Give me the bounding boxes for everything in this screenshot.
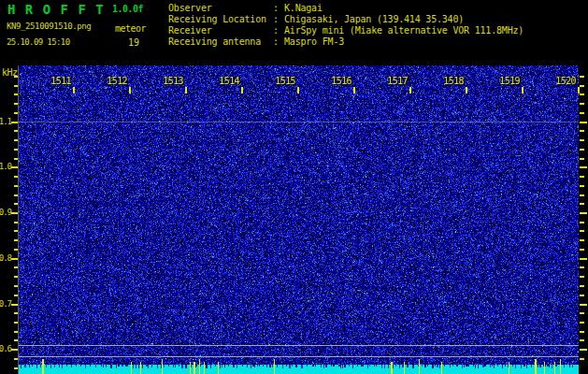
station-info-block: Observer:K.NagaiReceiving Location:Chiga… — [168, 3, 523, 48]
y-minor-tick-left — [14, 203, 18, 205]
y-minor-tick-left — [14, 222, 18, 223]
y-major-tick-right — [580, 349, 587, 351]
info-separator: : — [273, 36, 284, 48]
y-minor-tick-left — [14, 85, 18, 87]
y-minor-tick-left — [14, 367, 18, 369]
info-row: Receiver:AirSpy mini (Miake alternative … — [168, 25, 523, 36]
y-tick-label: 1.0 — [0, 162, 11, 171]
y-minor-tick-left — [14, 285, 18, 287]
output-filename: KN9_2510091510.png — [7, 22, 91, 31]
y-minor-tick-right — [580, 203, 584, 205]
meteor-marker — [544, 362, 545, 374]
x-tick-label: 1516 — [326, 76, 351, 86]
x-tick-label: 1512 — [102, 76, 127, 86]
y-minor-tick-right — [580, 312, 584, 314]
x-tick-label: 1511 — [46, 76, 71, 86]
y-minor-tick-left — [14, 112, 18, 114]
y-major-tick-right — [580, 258, 587, 260]
x-tick-label: 1514 — [214, 76, 239, 86]
y-minor-tick-right — [580, 130, 584, 132]
y-minor-tick-left — [14, 158, 18, 160]
y-minor-tick-right — [580, 222, 584, 223]
meteor-count-value: 19 — [128, 37, 139, 48]
y-minor-tick-right — [580, 149, 584, 151]
y-major-tick-left — [11, 212, 18, 214]
info-label: Receiving antenna — [168, 36, 273, 48]
meteor-marker — [42, 359, 44, 374]
meteor-marker — [554, 362, 555, 374]
meteor-count-label: meteor — [115, 23, 146, 34]
y-major-tick-right — [580, 166, 587, 168]
y-minor-tick-left — [14, 266, 18, 268]
x-minute-tick — [409, 87, 411, 94]
y-tick-label: 1.1 — [0, 117, 11, 126]
signal-level-notches — [19, 365, 579, 374]
y-major-tick-right — [580, 122, 587, 123]
x-tick-label: 1520 — [551, 76, 576, 86]
x-minute-tick — [185, 87, 187, 94]
hrofft-window: H R O F F T 1.0.0f KN9_2510091510.png me… — [0, 0, 588, 374]
y-minor-tick-right — [580, 103, 584, 105]
observation-datetime: 25.10.09 15:10 — [7, 37, 69, 47]
y-minor-tick-right — [580, 239, 584, 241]
y-minor-tick-left — [14, 176, 18, 178]
y-minor-tick-left — [14, 94, 18, 95]
y-major-tick-right — [580, 304, 587, 306]
y-minor-tick-left — [14, 230, 18, 232]
meteor-marker — [560, 359, 561, 374]
y-major-tick-left — [11, 122, 18, 123]
y-minor-tick-left — [14, 194, 18, 196]
meteor-marker — [194, 362, 195, 374]
x-tick-label: 1515 — [270, 76, 295, 86]
y-minor-tick-left — [14, 295, 18, 296]
meteor-marker — [190, 362, 191, 374]
meteor-marker — [204, 362, 205, 374]
info-value: Maspro FM-3 — [284, 36, 344, 48]
meteor-marker — [419, 359, 420, 374]
y-minor-tick-left — [14, 185, 18, 187]
info-label: Receiver — [168, 25, 273, 36]
info-value: K.Nagai — [284, 3, 323, 14]
y-minor-tick-right — [580, 358, 584, 360]
info-row: Observer:K.Nagai — [168, 3, 523, 14]
y-minor-tick-left — [14, 139, 18, 141]
y-major-tick-left — [11, 304, 18, 306]
app-title: H R O F F T — [7, 2, 105, 17]
x-minute-tick — [522, 87, 523, 94]
y-major-tick-left — [11, 258, 18, 260]
y-minor-tick-right — [580, 295, 584, 296]
info-row: Receiving Location:Chigasaki, Japan (139… — [168, 14, 523, 25]
y-tick-label: 0.7 — [0, 299, 11, 309]
app-version: 1.0.0f — [112, 4, 143, 14]
x-minute-tick — [129, 87, 131, 94]
x-minute-tick — [466, 87, 467, 94]
meteor-marker — [162, 359, 163, 374]
info-value: AirSpy mini (Miake alternative VOR 111.8… — [284, 25, 523, 36]
info-separator: : — [273, 14, 284, 25]
y-minor-tick-right — [580, 322, 584, 324]
x-tick-label: 1519 — [495, 76, 520, 86]
meteor-marker — [404, 362, 405, 374]
y-minor-tick-right — [580, 331, 584, 333]
y-minor-tick-right — [580, 185, 584, 187]
info-value: Chigasaki, Japan (139.414 35.340) — [284, 14, 464, 25]
x-tick-label: 1518 — [438, 76, 464, 86]
y-major-tick-left — [11, 349, 18, 351]
x-minute-tick — [297, 87, 299, 94]
meteor-marker — [131, 362, 132, 374]
plot-left-border-line — [18, 65, 19, 374]
meteor-marker — [509, 362, 509, 374]
y-minor-tick-left — [14, 358, 18, 360]
y-major-tick-left — [11, 166, 18, 168]
meteor-marker — [391, 362, 393, 374]
x-minute-tick — [353, 87, 355, 94]
meteor-marker — [199, 359, 200, 374]
y-minor-tick-right — [580, 276, 584, 278]
y-minor-tick-right — [580, 94, 584, 95]
info-label: Receiving Location — [168, 14, 273, 25]
y-minor-tick-left — [14, 103, 18, 105]
y-tick-label: 0.9 — [0, 208, 11, 217]
y-minor-tick-left — [14, 239, 18, 241]
x-minute-tick — [73, 87, 75, 94]
y-minor-tick-right — [580, 285, 584, 287]
